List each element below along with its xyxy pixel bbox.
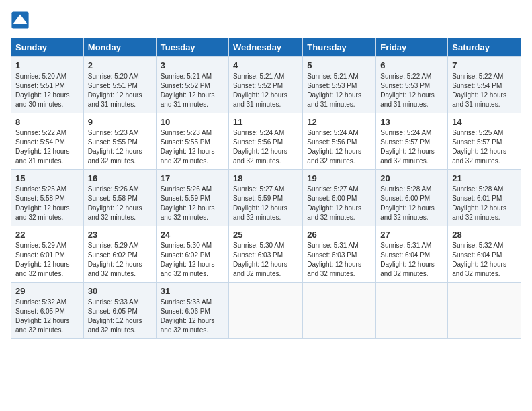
day-number: 9 [88,117,152,127]
day-info: Sunrise: 5:22 AM Sunset: 5:53 PM Dayligh… [380,72,443,109]
calendar-cell [229,283,303,339]
day-info: Sunrise: 5:32 AM Sunset: 6:04 PM Dayligh… [452,241,517,279]
weekday-header: Thursday [303,38,376,57]
day-info: Sunrise: 5:27 AM Sunset: 5:59 PM Dayligh… [233,185,298,222]
day-number: 1 [15,60,79,71]
day-info: Sunrise: 5:26 AM Sunset: 5:59 PM Dayligh… [161,185,224,222]
calendar-cell: 18 Sunrise: 5:27 AM Sunset: 5:59 PM Dayl… [229,170,303,226]
calendar-cell: 12 Sunrise: 5:24 AM Sunset: 5:56 PM Dayl… [303,113,376,170]
calendar-cell: 30 Sunrise: 5:33 AM Sunset: 6:05 PM Dayl… [83,283,156,339]
day-info: Sunrise: 5:33 AM Sunset: 6:06 PM Dayligh… [161,298,224,335]
calendar-week-row: 22 Sunrise: 5:29 AM Sunset: 6:01 PM Dayl… [11,226,521,283]
calendar-cell: 5 Sunrise: 5:21 AM Sunset: 5:53 PM Dayli… [303,57,376,113]
day-number: 2 [88,60,152,71]
day-info: Sunrise: 5:24 AM Sunset: 5:57 PM Dayligh… [380,128,443,166]
day-info: Sunrise: 5:29 AM Sunset: 6:02 PM Dayligh… [88,241,152,279]
calendar-cell: 9 Sunrise: 5:23 AM Sunset: 5:55 PM Dayli… [83,113,156,170]
calendar: SundayMondayTuesdayWednesdayThursdayFrid… [11,38,521,339]
calendar-cell: 26 Sunrise: 5:31 AM Sunset: 6:03 PM Dayl… [303,226,376,283]
calendar-cell: 8 Sunrise: 5:22 AM Sunset: 5:54 PM Dayli… [11,113,84,170]
day-info: Sunrise: 5:25 AM Sunset: 5:58 PM Dayligh… [15,185,79,222]
calendar-cell: 19 Sunrise: 5:27 AM Sunset: 6:00 PM Dayl… [303,170,376,226]
day-info: Sunrise: 5:26 AM Sunset: 5:58 PM Dayligh… [88,185,152,222]
day-info: Sunrise: 5:22 AM Sunset: 5:54 PM Dayligh… [15,128,79,166]
day-number: 21 [452,173,517,183]
day-number: 4 [233,60,298,71]
day-info: Sunrise: 5:23 AM Sunset: 5:55 PM Dayligh… [88,128,152,166]
calendar-cell: 1 Sunrise: 5:20 AM Sunset: 5:51 PM Dayli… [11,57,84,113]
day-number: 30 [88,286,152,296]
day-info: Sunrise: 5:29 AM Sunset: 6:01 PM Dayligh… [15,241,79,279]
calendar-week-row: 8 Sunrise: 5:22 AM Sunset: 5:54 PM Dayli… [11,113,521,170]
day-number: 8 [15,117,79,127]
day-number: 26 [307,230,371,240]
calendar-cell: 15 Sunrise: 5:25 AM Sunset: 5:58 PM Dayl… [11,170,84,226]
day-number: 25 [233,230,298,240]
day-number: 5 [307,60,371,71]
calendar-cell: 17 Sunrise: 5:26 AM Sunset: 5:59 PM Dayl… [156,170,228,226]
weekday-header: Monday [83,38,156,57]
day-number: 18 [233,173,298,183]
day-number: 19 [307,173,371,183]
calendar-week-row: 15 Sunrise: 5:25 AM Sunset: 5:58 PM Dayl… [11,170,521,226]
calendar-cell: 2 Sunrise: 5:20 AM Sunset: 5:51 PM Dayli… [83,57,156,113]
page-header [11,11,521,30]
calendar-header: SundayMondayTuesdayWednesdayThursdayFrid… [11,38,521,57]
day-info: Sunrise: 5:32 AM Sunset: 6:05 PM Dayligh… [15,298,79,335]
calendar-cell [448,283,521,339]
weekday-header: Tuesday [156,38,228,57]
day-number: 14 [452,117,517,127]
calendar-cell: 13 Sunrise: 5:24 AM Sunset: 5:57 PM Dayl… [376,113,448,170]
day-number: 17 [161,173,224,183]
calendar-cell: 22 Sunrise: 5:29 AM Sunset: 6:01 PM Dayl… [11,226,84,283]
day-number: 12 [307,117,371,127]
day-number: 31 [161,286,224,296]
calendar-cell: 24 Sunrise: 5:30 AM Sunset: 6:02 PM Dayl… [156,226,228,283]
logo [11,11,32,30]
calendar-cell: 23 Sunrise: 5:29 AM Sunset: 6:02 PM Dayl… [83,226,156,283]
weekday-header: Sunday [11,38,84,57]
logo-icon [11,11,30,30]
day-info: Sunrise: 5:21 AM Sunset: 5:53 PM Dayligh… [307,72,371,109]
day-info: Sunrise: 5:30 AM Sunset: 6:03 PM Dayligh… [233,241,298,279]
calendar-cell: 25 Sunrise: 5:30 AM Sunset: 6:03 PM Dayl… [229,226,303,283]
day-info: Sunrise: 5:24 AM Sunset: 5:56 PM Dayligh… [307,128,371,166]
calendar-cell: 21 Sunrise: 5:28 AM Sunset: 6:01 PM Dayl… [448,170,521,226]
day-number: 29 [15,286,79,296]
day-info: Sunrise: 5:31 AM Sunset: 6:03 PM Dayligh… [307,241,371,279]
day-info: Sunrise: 5:23 AM Sunset: 5:55 PM Dayligh… [161,128,224,166]
day-number: 3 [161,60,224,71]
day-number: 27 [380,230,443,240]
calendar-cell: 14 Sunrise: 5:25 AM Sunset: 5:57 PM Dayl… [448,113,521,170]
calendar-week-row: 1 Sunrise: 5:20 AM Sunset: 5:51 PM Dayli… [11,57,521,113]
day-number: 16 [88,173,152,183]
day-info: Sunrise: 5:21 AM Sunset: 5:52 PM Dayligh… [233,72,298,109]
day-number: 24 [161,230,224,240]
calendar-cell: 20 Sunrise: 5:28 AM Sunset: 6:00 PM Dayl… [376,170,448,226]
day-info: Sunrise: 5:24 AM Sunset: 5:56 PM Dayligh… [233,128,298,166]
calendar-cell: 11 Sunrise: 5:24 AM Sunset: 5:56 PM Dayl… [229,113,303,170]
calendar-cell: 10 Sunrise: 5:23 AM Sunset: 5:55 PM Dayl… [156,113,228,170]
day-info: Sunrise: 5:25 AM Sunset: 5:57 PM Dayligh… [452,128,517,166]
day-number: 10 [161,117,224,127]
day-number: 28 [452,230,517,240]
day-number: 13 [380,117,443,127]
day-number: 15 [15,173,79,183]
day-info: Sunrise: 5:28 AM Sunset: 6:00 PM Dayligh… [380,185,443,222]
day-info: Sunrise: 5:27 AM Sunset: 6:00 PM Dayligh… [307,185,371,222]
day-info: Sunrise: 5:22 AM Sunset: 5:54 PM Dayligh… [452,72,517,109]
calendar-cell: 31 Sunrise: 5:33 AM Sunset: 6:06 PM Dayl… [156,283,228,339]
calendar-cell [376,283,448,339]
day-info: Sunrise: 5:30 AM Sunset: 6:02 PM Dayligh… [161,241,224,279]
weekday-header: Wednesday [229,38,303,57]
calendar-cell: 28 Sunrise: 5:32 AM Sunset: 6:04 PM Dayl… [448,226,521,283]
calendar-cell: 16 Sunrise: 5:26 AM Sunset: 5:58 PM Dayl… [83,170,156,226]
calendar-week-row: 29 Sunrise: 5:32 AM Sunset: 6:05 PM Dayl… [11,283,521,339]
day-number: 11 [233,117,298,127]
calendar-cell: 7 Sunrise: 5:22 AM Sunset: 5:54 PM Dayli… [448,57,521,113]
calendar-cell: 4 Sunrise: 5:21 AM Sunset: 5:52 PM Dayli… [229,57,303,113]
day-info: Sunrise: 5:33 AM Sunset: 6:05 PM Dayligh… [88,298,152,335]
day-info: Sunrise: 5:28 AM Sunset: 6:01 PM Dayligh… [452,185,517,222]
weekday-header: Friday [376,38,448,57]
day-info: Sunrise: 5:21 AM Sunset: 5:52 PM Dayligh… [161,72,224,109]
